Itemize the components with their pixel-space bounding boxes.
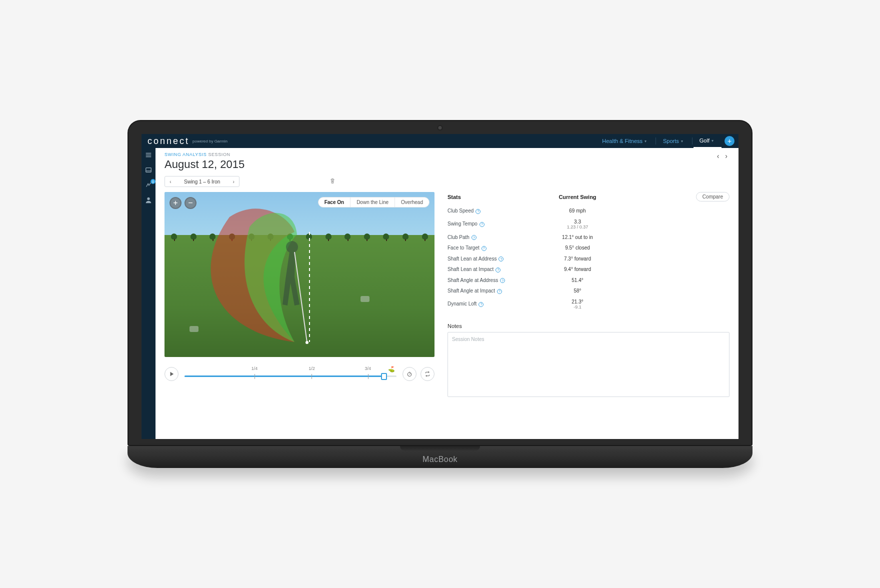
info-icon[interactable]: ?	[478, 302, 484, 307]
chevron-down-icon: ▾	[710, 138, 716, 143]
golf-ball-icon: ⛳	[388, 366, 395, 372]
prev-swing-button[interactable]: ‹	[165, 179, 176, 184]
stat-row: Shaft Angle at Impact?58°	[448, 286, 730, 296]
brand-logo: connect	[148, 136, 190, 146]
stat-value: 9.4° forward	[548, 266, 608, 272]
info-icon[interactable]: ?	[476, 209, 480, 214]
stats-header: Stats Current Swing Compare	[448, 192, 730, 202]
breadcrumb-swing-analysis[interactable]: SWING ANALYSIS	[164, 152, 206, 157]
topbar: connect powered by Garmin Health & Fitne…	[142, 134, 738, 148]
stat-value: 9.5° closed	[548, 245, 608, 250]
stat-row: Shaft Lean at Address?7.3° forward	[448, 254, 730, 264]
stat-value: 7.3° forward	[548, 256, 608, 262]
timeline-handle[interactable]	[381, 373, 387, 380]
profile-icon[interactable]	[144, 196, 152, 204]
stat-row: Club Speed?69 mph	[448, 206, 730, 216]
info-icon[interactable]: ?	[496, 268, 500, 272]
notes-label: Notes	[448, 323, 730, 329]
stat-row: Shaft Lean at Impact?9.4° forward	[448, 264, 730, 275]
tab-face-on[interactable]: Face On	[318, 198, 350, 207]
swing-timeline: 1/4 1/2 3/4 ⛳	[164, 366, 434, 382]
stat-value: 69 mph	[548, 208, 608, 214]
laptop-logo: MacBook	[422, 455, 458, 464]
sidebar: 0	[142, 148, 156, 439]
add-button[interactable]: +	[724, 136, 734, 146]
stat-value: 21.3°-9.1	[548, 299, 608, 310]
zoom-out-button[interactable]: −	[184, 197, 196, 209]
tab-overhead[interactable]: Overhead	[395, 198, 429, 207]
stat-row: Face to Target?9.5° closed	[448, 242, 730, 254]
stats-header-current: Current Swing	[548, 194, 608, 200]
page-title: August 12, 2015	[164, 158, 730, 171]
zoom-controls: + −	[170, 197, 196, 209]
timeline-mark: 3/4	[364, 366, 371, 371]
breadcrumb-session: SESSION	[208, 152, 230, 157]
timeline-track[interactable]: 1/4 1/2 3/4 ⛳	[184, 366, 396, 382]
compare-button[interactable]: Compare	[696, 192, 730, 202]
svg-point-1	[147, 198, 150, 200]
next-swing-button[interactable]: ›	[228, 179, 239, 184]
app: connect powered by Garmin Health & Fitne…	[142, 134, 738, 439]
stat-label: Club Speed?	[448, 208, 548, 214]
stat-row: Dynamic Loft?21.3°-9.1	[448, 296, 730, 312]
page-nav: ‹ ›	[715, 152, 730, 160]
stat-label: Swing Tempo?	[448, 221, 548, 227]
info-icon[interactable]: ?	[482, 246, 486, 251]
chevron-down-icon: ▾	[642, 139, 648, 144]
nav-health-fitness[interactable]: Health & Fitness▾	[596, 134, 654, 148]
svg-point-2	[286, 241, 298, 253]
menu-icon[interactable]	[144, 151, 152, 159]
screen: connect powered by Garmin Health & Fitne…	[142, 134, 738, 439]
view-tabs: Face On Down the Line Overhead	[318, 197, 430, 208]
prev-page-button[interactable]: ‹	[715, 152, 722, 160]
loop-button[interactable]	[420, 367, 434, 381]
stat-label: Shaft Lean at Address?	[448, 256, 548, 262]
svg-rect-0	[146, 168, 152, 172]
timeline-mark: 1/2	[308, 366, 315, 371]
swing-selector: ‹ Swing 1 – 6 Iron ›	[164, 176, 240, 187]
stat-label: Shaft Angle at Address?	[448, 278, 548, 284]
stat-label: Club Path?	[448, 234, 548, 240]
stat-row: Swing Tempo?3.31.23 / 0.37	[448, 216, 730, 232]
activity-icon[interactable]: 0	[144, 181, 152, 189]
speed-button[interactable]	[402, 367, 416, 381]
nav-golf[interactable]: Golf▾	[694, 134, 722, 148]
laptop-bezel: connect powered by Garmin Health & Fitne…	[128, 120, 752, 446]
stat-value: 58°	[548, 288, 608, 294]
stat-row: Shaft Angle at Address?51.4°	[448, 275, 730, 286]
stats-header-label: Stats	[448, 194, 548, 200]
info-icon[interactable]: ?	[472, 235, 476, 240]
info-icon[interactable]: ?	[498, 256, 504, 262]
nav-sports[interactable]: Sports▾	[657, 134, 691, 148]
zoom-in-button[interactable]: +	[170, 197, 182, 209]
swing-arc-icon	[194, 202, 354, 347]
laptop-camera-icon	[438, 126, 442, 130]
swing-selector-label: Swing 1 – 6 Iron	[176, 179, 228, 184]
stat-row: Club Path?12.1° out to in	[448, 232, 730, 243]
delete-swing-button[interactable]	[330, 178, 336, 186]
main-content: ‹ › SWING ANALYSIS SESSION August 12, 20…	[156, 148, 738, 439]
info-icon[interactable]: ?	[500, 278, 505, 283]
tab-down-the-line[interactable]: Down the Line	[350, 198, 395, 207]
svg-point-4	[408, 372, 412, 376]
dashboard-icon[interactable]	[144, 166, 152, 174]
stat-label: Face to Target?	[448, 245, 548, 251]
next-page-button[interactable]: ›	[723, 152, 730, 160]
stat-label: Shaft Angle at Impact?	[448, 288, 548, 294]
stat-label: Dynamic Loft?	[448, 301, 548, 307]
stats-table: Club Speed?69 mphSwing Tempo?3.31.23 / 0…	[448, 206, 730, 312]
stat-value: 12.1° out to in	[548, 234, 608, 240]
brand-tagline: powered by Garmin	[192, 139, 228, 144]
stat-label: Shaft Lean at Impact?	[448, 266, 548, 272]
stat-value: 3.31.23 / 0.37	[548, 219, 608, 230]
stat-value: 51.4°	[548, 278, 608, 283]
info-icon[interactable]: ?	[497, 289, 502, 294]
info-icon[interactable]: ?	[480, 222, 484, 227]
play-button[interactable]	[164, 367, 178, 381]
breadcrumb: SWING ANALYSIS SESSION	[164, 152, 730, 157]
svg-point-3	[306, 341, 308, 344]
swing-visualization[interactable]: + − Face On Down the Line Overhead	[164, 192, 434, 357]
notes-textarea[interactable]	[448, 332, 730, 397]
timeline-mark: 1/4	[252, 366, 258, 371]
chevron-down-icon: ▾	[679, 139, 685, 144]
